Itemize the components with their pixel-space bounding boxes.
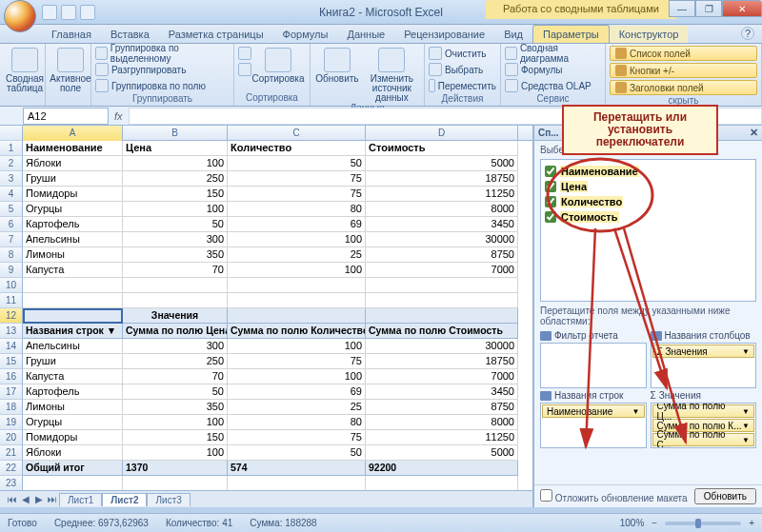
tab-formulas[interactable]: Формулы <box>273 26 338 43</box>
row-header[interactable]: 8 <box>0 247 23 263</box>
cell[interactable]: Картофель <box>23 384 123 400</box>
cell[interactable] <box>23 476 123 490</box>
cell[interactable]: 25 <box>228 400 366 415</box>
cell[interactable]: 5000 <box>366 156 518 171</box>
cell[interactable]: Груши <box>23 171 123 187</box>
cell[interactable]: Общий итог <box>23 461 123 476</box>
tab-view[interactable]: Вид <box>494 26 532 43</box>
cell[interactable]: 8750 <box>366 247 518 263</box>
cell[interactable]: Лимоны <box>23 247 123 263</box>
area-columns-box[interactable]: Σ Значения▼ <box>651 343 757 388</box>
cell[interactable] <box>123 278 228 293</box>
active-cell[interactable] <box>23 308 123 324</box>
clear-button[interactable]: Очистить <box>429 46 496 61</box>
cell[interactable] <box>366 476 518 490</box>
row-header[interactable]: 10 <box>0 278 23 293</box>
tab-options[interactable]: Параметры <box>532 25 610 43</box>
pivot-header[interactable]: Сумма по полю Цена <box>123 324 228 339</box>
cell[interactable]: 100 <box>123 202 228 217</box>
cell[interactable]: 8750 <box>366 400 518 415</box>
cell[interactable]: 30000 <box>366 339 518 354</box>
cell[interactable]: Значения <box>123 308 228 324</box>
cell[interactable]: 250 <box>123 354 228 369</box>
pivot-header[interactable]: Сумма по полю Стоимость <box>366 324 518 339</box>
field-name[interactable]: Наименование <box>545 164 752 179</box>
cell[interactable]: Количество <box>228 141 366 156</box>
sheet-nav-next[interactable]: ▶ <box>32 494 46 504</box>
cell[interactable]: 70 <box>123 263 228 278</box>
row-header[interactable]: 17 <box>0 384 23 400</box>
cell[interactable]: 100 <box>228 369 366 384</box>
col-item-values[interactable]: Σ Значения▼ <box>652 345 755 358</box>
row-header[interactable]: 23 <box>0 476 23 490</box>
active-field-button[interactable]: Активное поле <box>50 46 91 93</box>
value-item-price[interactable]: Сумма по полю Ц...▼ <box>652 404 755 418</box>
pivot-chart-button[interactable]: Сводная диаграмма <box>505 46 601 61</box>
cell[interactable]: 5000 <box>366 445 518 461</box>
sort-button[interactable]: Сортировка <box>255 46 301 92</box>
sheet-tab-3[interactable]: Лист3 <box>147 493 190 506</box>
sheet-nav-first[interactable]: ⏮ <box>6 494 19 504</box>
cell[interactable]: Наименование <box>23 141 123 156</box>
row-item-name[interactable]: Наименование▼ <box>542 404 645 418</box>
cell[interactable]: 25 <box>228 247 366 263</box>
cell[interactable]: Апельсины <box>23 232 123 247</box>
undo-icon[interactable] <box>61 5 76 20</box>
sheet-tab-1[interactable]: Лист1 <box>59 493 102 506</box>
cell[interactable]: 3450 <box>366 384 518 400</box>
cell[interactable]: 100 <box>228 263 366 278</box>
row-header[interactable]: 20 <box>0 430 23 445</box>
cell[interactable]: 8000 <box>366 202 518 217</box>
cell[interactable]: 100 <box>123 415 228 430</box>
olap-button[interactable]: Средства OLAP <box>505 78 601 93</box>
cell[interactable] <box>123 476 228 490</box>
refresh-button[interactable]: Обновить <box>314 46 360 103</box>
cell[interactable]: Капуста <box>23 369 123 384</box>
field-qty[interactable]: Количество <box>545 194 752 209</box>
cell[interactable]: 50 <box>228 156 366 171</box>
tab-data[interactable]: Данные <box>337 26 394 43</box>
cell[interactable]: 69 <box>228 384 366 400</box>
ungroup-button[interactable]: Разгруппировать <box>95 62 230 77</box>
formulas-button[interactable]: Формулы <box>505 62 601 77</box>
select-all-corner[interactable] <box>0 126 23 141</box>
cell[interactable] <box>366 278 518 293</box>
cell[interactable]: 75 <box>228 171 366 187</box>
cell[interactable]: Яблоки <box>23 156 123 171</box>
cell[interactable]: 300 <box>123 339 228 354</box>
row-header[interactable]: 15 <box>0 354 23 369</box>
cell[interactable] <box>228 293 366 308</box>
row-header[interactable]: 21 <box>0 445 23 461</box>
area-filter-box[interactable] <box>540 343 647 388</box>
field-headers-button[interactable]: Заголовки полей <box>610 80 757 95</box>
tab-review[interactable]: Рецензирование <box>394 26 494 43</box>
cell[interactable]: 18750 <box>366 354 518 369</box>
name-box[interactable]: A12 <box>23 108 109 125</box>
cell[interactable]: 11250 <box>366 187 518 202</box>
maximize-button[interactable]: ❐ <box>695 0 722 17</box>
fx-icon[interactable]: fx <box>114 110 123 122</box>
row-header[interactable]: 7 <box>0 232 23 247</box>
row-header[interactable]: 19 <box>0 415 23 430</box>
sort-za-button[interactable] <box>238 62 251 77</box>
save-icon[interactable] <box>42 5 57 20</box>
cell[interactable]: 7000 <box>366 369 518 384</box>
sheet-nav-prev[interactable]: ◀ <box>19 494 32 504</box>
cell[interactable]: 50 <box>123 217 228 232</box>
row-header[interactable]: 9 <box>0 263 23 278</box>
cell[interactable]: 150 <box>123 187 228 202</box>
cell[interactable]: 30000 <box>366 232 518 247</box>
cell[interactable]: 100 <box>123 445 228 461</box>
cell[interactable]: 75 <box>228 187 366 202</box>
col-header-d[interactable]: D <box>366 126 518 141</box>
minimize-button[interactable]: — <box>669 0 695 17</box>
row-header[interactable]: 6 <box>0 217 23 232</box>
row-header[interactable]: 2 <box>0 156 23 171</box>
cell[interactable]: 92200 <box>366 461 518 476</box>
cell[interactable]: 11250 <box>366 430 518 445</box>
cell[interactable]: 350 <box>123 247 228 263</box>
cell[interactable]: 75 <box>228 430 366 445</box>
sheet-tab-2[interactable]: Лист2 <box>102 493 147 506</box>
cell[interactable]: Капуста <box>23 263 123 278</box>
update-button[interactable]: Обновить <box>694 488 756 504</box>
